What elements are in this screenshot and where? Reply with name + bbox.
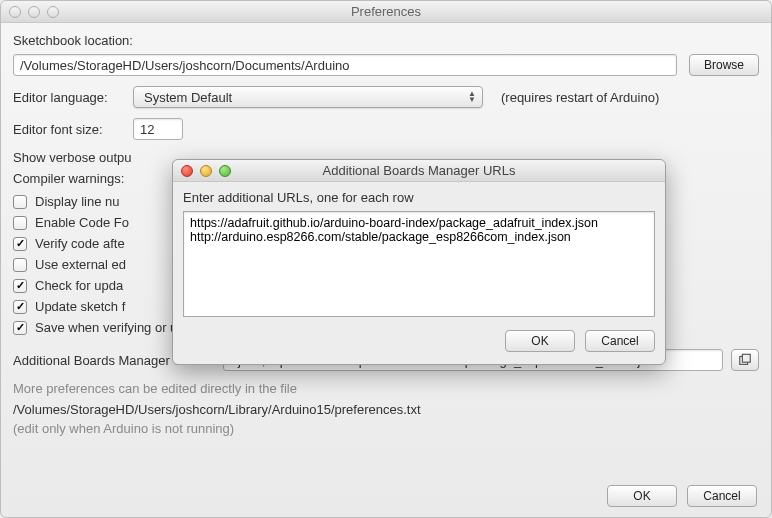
checkbox-external-editor-label: Use external ed [35, 257, 126, 272]
window-controls [1, 6, 59, 18]
checkbox-update-sketch[interactable] [13, 300, 27, 314]
verbose-label: Show verbose outpu [13, 150, 132, 165]
urls-textarea[interactable] [183, 211, 655, 317]
editor-language-value: System Default [144, 90, 232, 105]
additional-urls-dialog: Additional Boards Manager URLs Enter add… [172, 159, 666, 365]
close-icon[interactable] [181, 165, 193, 177]
edit-urls-button[interactable] [731, 349, 759, 371]
dialog-footer: OK Cancel [607, 485, 757, 507]
checkbox-check-updates-label: Check for upda [35, 278, 123, 293]
modal-footer: OK Cancel [183, 330, 655, 352]
new-window-icon [738, 353, 752, 367]
prefs-file-path: /Volumes/StorageHD/Users/joshcorn/Librar… [13, 402, 759, 417]
editor-fontsize-label: Editor font size: [13, 122, 123, 137]
zoom-icon[interactable] [47, 6, 59, 18]
checkbox-update-sketch-label: Update sketch f [35, 299, 125, 314]
checkbox-code-folding[interactable] [13, 216, 27, 230]
checkbox-save-verify[interactable] [13, 321, 27, 335]
prefs-note-1: More preferences can be edited directly … [13, 381, 759, 396]
modal-cancel-button[interactable]: Cancel [585, 330, 655, 352]
sketchbook-path-input[interactable] [13, 54, 677, 76]
checkbox-line-numbers-label: Display line nu [35, 194, 120, 209]
cancel-button[interactable]: Cancel [687, 485, 757, 507]
checkbox-verify-after[interactable] [13, 237, 27, 251]
updown-icon: ▲▼ [468, 91, 476, 103]
titlebar: Preferences [1, 1, 771, 23]
svg-rect-1 [742, 354, 750, 362]
editor-language-select[interactable]: System Default ▲▼ [133, 86, 483, 108]
minimize-icon[interactable] [200, 165, 212, 177]
sketchbook-label: Sketchbook location: [13, 33, 749, 48]
checkbox-verify-after-label: Verify code afte [35, 236, 125, 251]
checkbox-code-folding-label: Enable Code Fo [35, 215, 129, 230]
checkbox-external-editor[interactable] [13, 258, 27, 272]
browse-button[interactable]: Browse [689, 54, 759, 76]
modal-body: Enter additional URLs, one for each row … [173, 182, 665, 364]
checkbox-line-numbers[interactable] [13, 195, 27, 209]
close-icon[interactable] [9, 6, 21, 18]
minimize-icon[interactable] [28, 6, 40, 18]
editor-fontsize-input[interactable] [133, 118, 183, 140]
modal-hint: Enter additional URLs, one for each row [183, 190, 655, 205]
modal-title: Additional Boards Manager URLs [173, 163, 665, 178]
compiler-warnings-label: Compiler warnings: [13, 171, 124, 186]
ok-button[interactable]: OK [607, 485, 677, 507]
modal-window-controls [173, 165, 231, 177]
zoom-icon[interactable] [219, 165, 231, 177]
preferences-window: Preferences Sketchbook location: Browse … [0, 0, 772, 518]
modal-ok-button[interactable]: OK [505, 330, 575, 352]
prefs-note-3: (edit only when Arduino is not running) [13, 421, 759, 436]
editor-language-label: Editor language: [13, 90, 123, 105]
modal-titlebar: Additional Boards Manager URLs [173, 160, 665, 182]
checkbox-check-updates[interactable] [13, 279, 27, 293]
editor-language-note: (requires restart of Arduino) [501, 90, 659, 105]
window-title: Preferences [1, 4, 771, 19]
